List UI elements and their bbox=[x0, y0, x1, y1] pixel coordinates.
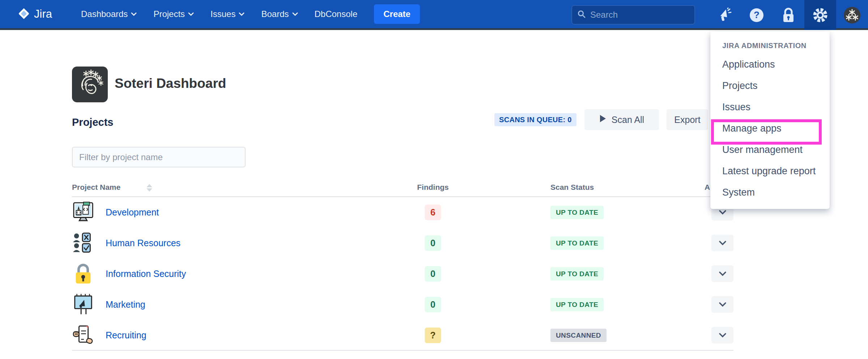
admin-menu-heading: JIRA ADMINISTRATION bbox=[710, 39, 830, 52]
row-actions-button[interactable] bbox=[711, 327, 733, 343]
jira-administration-menu: JIRA ADMINISTRATION Applications Project… bbox=[710, 31, 830, 209]
nav-item-boards[interactable]: Boards bbox=[261, 9, 298, 19]
menu-item-latest-upgrade-report[interactable]: Latest upgrade report bbox=[710, 161, 830, 182]
project-link[interactable]: Human Resources bbox=[106, 238, 180, 248]
column-scan-status: Scan Status bbox=[550, 183, 594, 192]
findings-badge: 0 bbox=[425, 235, 441, 251]
menu-item-user-management[interactable]: User management bbox=[710, 139, 830, 161]
menu-item-manage-apps[interactable]: Manage apps bbox=[710, 118, 830, 139]
nav-menu: Dashboards Projects Issues Boards DbCons… bbox=[81, 9, 357, 19]
jira-logo-icon bbox=[17, 7, 30, 22]
table-row: Information Security 0 UP TO DATE bbox=[72, 258, 733, 289]
menu-item-issues[interactable]: Issues bbox=[710, 97, 830, 118]
project-link[interactable]: Recruiting bbox=[106, 330, 146, 341]
jira-page: Jira Dashboards Projects Issues Boards D… bbox=[0, 0, 868, 359]
status-badge: UP TO DATE bbox=[550, 267, 604, 281]
create-button[interactable]: Create bbox=[374, 4, 420, 24]
search-icon bbox=[577, 10, 586, 20]
row-actions-button[interactable] bbox=[711, 296, 733, 313]
jira-logo[interactable]: Jira bbox=[17, 7, 52, 22]
findings-badge: 6 bbox=[425, 205, 441, 220]
announcement-megaphone-icon[interactable] bbox=[709, 0, 741, 30]
status-badge: UP TO DATE bbox=[550, 236, 604, 250]
settings-gear-icon[interactable] bbox=[804, 0, 836, 30]
nav-item-dashboards[interactable]: Dashboards bbox=[81, 9, 137, 19]
table-row: Marketing 0 UP TO DATE bbox=[72, 289, 733, 320]
soteri-app-icon bbox=[72, 67, 108, 102]
people-checklist-icon bbox=[72, 232, 94, 254]
findings-badge: 0 bbox=[425, 266, 441, 282]
nav-item-dbconsole[interactable]: DbConsole bbox=[315, 9, 358, 19]
row-actions-button[interactable] bbox=[711, 235, 733, 251]
help-icon[interactable]: ? bbox=[741, 0, 773, 30]
development-monitor-icon bbox=[72, 201, 94, 223]
table-row: Recruiting ? UNSCANNED bbox=[72, 320, 733, 351]
sort-icon[interactable] bbox=[146, 184, 152, 192]
row-actions-button[interactable] bbox=[711, 265, 733, 282]
chevron-down-icon bbox=[239, 12, 244, 16]
billboard-megaphone-icon bbox=[72, 293, 94, 316]
chevron-down-icon bbox=[131, 12, 137, 16]
chevron-down-icon bbox=[188, 12, 194, 16]
nav-item-issues[interactable]: Issues bbox=[210, 9, 244, 19]
column-findings: Findings bbox=[415, 183, 451, 192]
findings-badge: 0 bbox=[425, 297, 441, 312]
top-nav: Jira Dashboards Projects Issues Boards D… bbox=[0, 0, 868, 30]
status-badge: UP TO DATE bbox=[550, 298, 604, 311]
brand-name: Jira bbox=[34, 8, 52, 21]
project-link[interactable]: Information Security bbox=[106, 269, 186, 279]
menu-item-applications[interactable]: Applications bbox=[710, 54, 830, 75]
handshake-document-icon bbox=[72, 324, 94, 346]
status-badge: UNSCANNED bbox=[550, 329, 607, 342]
status-badge: UP TO DATE bbox=[550, 206, 604, 219]
chevron-down-icon bbox=[292, 12, 298, 16]
menu-item-system[interactable]: System bbox=[710, 182, 830, 203]
table-header: Project Name Findings Scan Status Action… bbox=[72, 181, 733, 197]
menu-item-projects[interactable]: Projects bbox=[710, 75, 830, 97]
project-link[interactable]: Development bbox=[106, 207, 159, 218]
projects-table: Project Name Findings Scan Status Action… bbox=[72, 181, 733, 351]
filter-input[interactable] bbox=[72, 147, 246, 167]
scans-in-queue-badge: SCANS IN QUEUE: 0 bbox=[494, 113, 576, 126]
project-link[interactable]: Marketing bbox=[106, 299, 145, 310]
search-input[interactable] bbox=[590, 10, 681, 20]
nav-item-projects[interactable]: Projects bbox=[153, 9, 194, 19]
table-row: Development 6 UP TO DATE bbox=[72, 197, 733, 228]
scan-all-button[interactable]: Scan All bbox=[584, 109, 659, 130]
export-button[interactable]: Export bbox=[667, 109, 708, 130]
column-project-name: Project Name bbox=[72, 183, 120, 192]
padlock-icon bbox=[72, 262, 94, 285]
user-avatar[interactable] bbox=[836, 0, 868, 30]
findings-badge: ? bbox=[425, 328, 441, 343]
search-box[interactable] bbox=[571, 5, 695, 25]
table-row: Human Resources 0 UP TO DATE bbox=[72, 228, 733, 258]
lock-icon[interactable] bbox=[773, 0, 804, 30]
projects-heading: Projects bbox=[72, 116, 113, 128]
nav-icon-group: ? bbox=[709, 0, 868, 30]
page-title: Soteri Dashboard bbox=[115, 76, 226, 91]
play-icon bbox=[599, 114, 607, 125]
